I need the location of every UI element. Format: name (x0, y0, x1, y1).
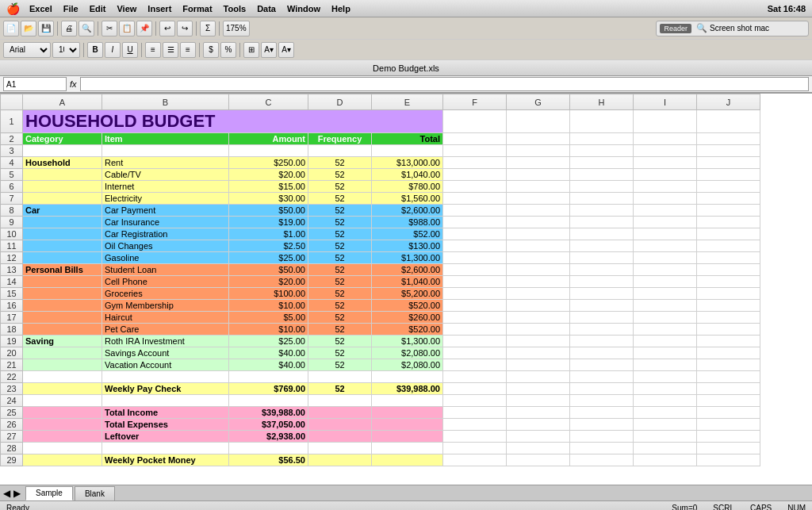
cell-category[interactable] (23, 300, 102, 312)
cell-frequency[interactable]: 52 (308, 169, 372, 181)
table-row[interactable]: 26Total Expenses$37,050.00 (1, 419, 760, 431)
table-row[interactable]: 4HouseholdRent$250.0052$13,000.00 (1, 157, 760, 169)
cell-frequency[interactable]: 52 (308, 157, 372, 169)
name-box[interactable]: A1 (3, 77, 67, 91)
cell-category[interactable] (23, 288, 102, 300)
table-row[interactable]: 22 (1, 371, 760, 383)
cut-btn[interactable]: ✂ (102, 21, 117, 36)
currency-btn[interactable]: $ (203, 42, 219, 58)
cell-item[interactable]: Savings Account (102, 347, 229, 359)
cell-total[interactable]: $2,080.00 (372, 347, 443, 359)
cell-frequency[interactable]: Frequency (308, 133, 372, 145)
cell-frequency[interactable] (308, 407, 372, 419)
cell-amount[interactable]: $5.00 (229, 312, 308, 324)
open-btn[interactable]: 📂 (21, 21, 36, 36)
table-row[interactable]: 21Vacation Account$40.0052$2,080.00 (1, 359, 760, 371)
menu-excel[interactable]: Excel (29, 4, 52, 13)
cell-frequency[interactable] (308, 419, 372, 431)
table-row[interactable]: 24 (1, 395, 760, 407)
cell-item[interactable] (102, 443, 229, 454)
italic-btn[interactable]: I (105, 42, 121, 58)
table-row[interactable]: 3 (1, 145, 760, 157)
cell-frequency[interactable] (308, 395, 372, 407)
cell-amount[interactable]: $100.00 (229, 288, 308, 300)
cell-frequency[interactable]: 52 (308, 240, 372, 252)
cell-frequency[interactable]: 52 (308, 205, 372, 217)
spreadsheet[interactable]: A B C D E F G H I J 1HOUSEHOLD BUDGET2Ca… (0, 94, 812, 485)
cell-total[interactable]: $2,080.00 (372, 359, 443, 371)
sum-btn[interactable]: Σ (200, 21, 216, 36)
cell-amount[interactable]: $2.50 (229, 240, 308, 252)
cell-frequency[interactable]: 52 (308, 193, 372, 205)
cell-total[interactable]: $780.00 (372, 181, 443, 193)
cell-category[interactable] (23, 383, 102, 395)
cell-amount[interactable]: $10.00 (229, 324, 308, 336)
cell-total[interactable]: $1,300.00 (372, 252, 443, 264)
borders-btn[interactable]: ⊞ (243, 42, 259, 58)
cell-frequency[interactable]: 52 (308, 288, 372, 300)
table-row[interactable]: 15Groceries$100.0052$5,200.00 (1, 288, 760, 300)
cell-total[interactable]: $2,600.00 (372, 264, 443, 276)
cell-frequency[interactable]: 52 (308, 359, 372, 371)
cell-item[interactable]: Pet Care (102, 324, 229, 336)
cell-item[interactable]: Groceries (102, 288, 229, 300)
cell-item[interactable] (102, 145, 229, 157)
cell-amount[interactable]: $25.00 (229, 336, 308, 347)
cell-total[interactable]: $520.00 (372, 324, 443, 336)
cell-item[interactable]: Roth IRA Investment (102, 336, 229, 347)
cell-amount[interactable]: $2,938.00 (229, 431, 308, 443)
cell-category[interactable]: Household (23, 157, 102, 169)
menu-view[interactable]: View (117, 4, 136, 13)
table-row[interactable]: 14Cell Phone$20.0052$1,040.00 (1, 276, 760, 288)
cell-total[interactable] (372, 145, 443, 157)
cell-frequency[interactable]: 52 (308, 276, 372, 288)
menu-tools[interactable]: Tools (224, 4, 247, 13)
cell-total[interactable] (372, 395, 443, 407)
col-header-f[interactable]: F (443, 94, 507, 110)
align-left-btn[interactable]: ≡ (145, 42, 161, 58)
col-header-e[interactable]: E (372, 94, 443, 110)
paste-btn[interactable]: 📌 (136, 21, 152, 36)
tab-sample[interactable]: Sample (25, 486, 73, 500)
cell-category[interactable] (23, 169, 102, 181)
cell-frequency[interactable]: 52 (308, 217, 372, 228)
cell-frequency[interactable]: 52 (308, 312, 372, 324)
table-row[interactable]: 25Total Income$39,988.00 (1, 407, 760, 419)
col-header-i[interactable]: I (634, 94, 697, 110)
cell-amount[interactable]: $250.00 (229, 157, 308, 169)
cell-total[interactable]: $988.00 (372, 217, 443, 228)
cell-item[interactable]: Car Payment (102, 205, 229, 217)
cell-frequency[interactable] (308, 145, 372, 157)
font-family-select[interactable]: Arial (3, 42, 51, 58)
cell-item[interactable]: Total Income (102, 407, 229, 419)
cell-amount[interactable]: $20.00 (229, 169, 308, 181)
cell-total[interactable]: $260.00 (372, 312, 443, 324)
cell-frequency[interactable]: 52 (308, 336, 372, 347)
reader-button[interactable]: Reader (660, 24, 691, 33)
undo-btn[interactable]: ↩ (159, 21, 175, 36)
sheet-nav-right[interactable]: ▶ (13, 488, 21, 499)
percent-btn[interactable]: % (220, 42, 236, 58)
font-size-select[interactable]: 10 (52, 42, 80, 58)
cell-frequency[interactable] (308, 443, 372, 454)
table-row[interactable]: 5Cable/TV$20.0052$1,040.00 (1, 169, 760, 181)
cell-total[interactable]: $13,000.00 (372, 157, 443, 169)
cell-amount[interactable]: $56.50 (229, 454, 308, 466)
cell-category[interactable] (23, 454, 102, 466)
table-row[interactable]: 16Gym Membership$10.0052$520.00 (1, 300, 760, 312)
cell-total[interactable] (372, 431, 443, 443)
copy-btn[interactable]: 📋 (119, 21, 135, 36)
cell-amount[interactable]: $19.00 (229, 217, 308, 228)
tab-blank[interactable]: Blank (75, 486, 115, 500)
cell-item[interactable]: Car Insurance (102, 217, 229, 228)
cell-category[interactable]: Saving (23, 336, 102, 347)
cell-amount[interactable]: $39,988.00 (229, 407, 308, 419)
cell-amount[interactable] (229, 371, 308, 383)
cell-total[interactable]: $1,300.00 (372, 336, 443, 347)
cell-item[interactable]: Electricity (102, 193, 229, 205)
cell-category[interactable] (23, 228, 102, 240)
cell-category[interactable] (23, 276, 102, 288)
cell-item[interactable] (102, 371, 229, 383)
cell-category[interactable]: Category (23, 133, 102, 145)
cell-item[interactable]: Student Loan (102, 264, 229, 276)
